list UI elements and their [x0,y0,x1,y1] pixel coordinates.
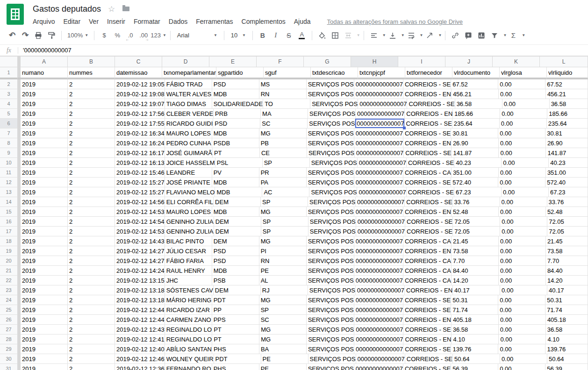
cell-I26[interactable]: CORREIOS - EN [403,315,452,325]
cell-C31[interactable]: 2019-02-12 12:36 [115,364,165,370]
cell-E1[interactable]: sgpartido [216,67,264,79]
cell-J12[interactable]: 572.40 [451,178,498,187]
cell-F22[interactable]: AL [259,276,307,285]
cell-J11[interactable]: 351.00 [452,168,499,178]
row-header-25[interactable]: 25 [0,305,18,315]
cell-L22[interactable]: 14.20 [546,276,588,285]
cell-E18[interactable]: DEM [212,236,259,246]
cell-K10[interactable]: 0.00 [502,158,549,168]
insert-link-button[interactable] [449,29,461,42]
row-header-20[interactable]: 20 [0,256,18,266]
cell-B29[interactable]: 2 [68,344,115,354]
cell-H2[interactable]: 00000000000007 [354,79,403,89]
cell-J2[interactable]: 67.52 [451,79,498,89]
cell-A20[interactable]: 2019 [21,256,68,266]
cell-F3[interactable]: RN [259,89,307,99]
cell-D26[interactable]: CARMEN ZANO [165,315,212,325]
cell-D8[interactable]: PEDRO CUNHA [165,138,212,148]
cell-E24[interactable]: PDT [212,295,259,305]
row-header-2[interactable]: 2 [0,79,18,89]
text-color-button[interactable]: A [296,29,308,42]
column-header-G[interactable]: G [304,56,351,67]
horizontal-align-button[interactable] [368,29,380,42]
text-wrap-button[interactable] [405,29,417,42]
format-currency-button[interactable]: $ [98,29,110,42]
row-header-3[interactable]: 3 [0,89,18,99]
cell-C6[interactable]: 2019-02-12 17:55 [115,119,165,128]
cell-C27[interactable]: 2019-02-12 12:43 [115,325,165,334]
redo-button[interactable]: ↷ [19,29,31,42]
cell-F25[interactable]: SP [259,305,307,315]
cell-J18[interactable]: 21.45 [452,236,499,246]
cell-L12[interactable]: 572.40 [545,178,588,187]
cell-D14[interactable]: ELI CORRÊA FIL [165,197,214,207]
cell-F2[interactable]: MS [259,79,307,89]
cell-G22[interactable]: SERVIÇOS POS [307,276,354,285]
cell-D7[interactable]: MAURO LOPES [165,128,212,138]
cell-A15[interactable]: 2019 [21,207,68,217]
row-header-13[interactable]: 13 [0,187,18,197]
move-folder-icon[interactable] [122,7,129,11]
cell-B5[interactable]: 2 [68,109,115,119]
cell-F1[interactable]: sguf [264,67,311,79]
cell-K21[interactable]: 0.00 [499,266,546,276]
cell-C26[interactable]: 2019-02-12 12:44 [115,315,165,325]
insert-comment-button[interactable] [462,29,474,42]
cell-F9[interactable]: CE [260,148,307,158]
cell-D19[interactable]: JÚLIO CESAR [165,246,212,256]
cell-H4[interactable]: 00000000000007 [358,99,407,109]
cell-A16[interactable]: 2019 [21,217,68,227]
cell-H19[interactable]: 00000000000007 [354,246,403,256]
cell-B13[interactable]: 2 [68,187,115,197]
cell-A11[interactable]: 2019 [21,168,68,178]
cell-H21[interactable]: 00000000000007 [354,266,403,276]
cell-H16[interactable]: 00000000000007 [356,217,405,227]
cell-B17[interactable]: 2 [68,227,115,236]
cell-D25[interactable]: RICARDO IZAR [165,305,212,315]
row-header-21[interactable]: 21 [0,266,18,276]
cell-C7[interactable]: 2019-02-12 16:34 [115,128,165,138]
cell-C25[interactable]: 2019-02-12 12:44 [115,305,165,315]
cell-I22[interactable]: CORREIOS - CA [403,276,452,285]
cell-H1[interactable]: txtcnpjcpf [358,67,405,79]
cell-K25[interactable]: 0.00 [498,305,545,315]
cell-H26[interactable]: 00000000000007 [354,315,403,325]
cell-C2[interactable]: 2019-02-12 19:05 [115,79,165,89]
cell-E13[interactable]: MDB [215,187,262,197]
cell-D22[interactable]: JHC [165,276,212,285]
cell-L21[interactable]: 84.40 [546,266,588,276]
zoom-select[interactable]: 100%▼ [65,29,90,42]
cell-D1[interactable]: txnomeparlamentar [162,67,216,79]
save-status-link[interactable]: Todas as alterações foram salvas no Goog… [327,18,463,25]
chevron-down-icon[interactable]: ▼ [357,33,360,37]
cell-G9[interactable]: SERVIÇOS POS [307,148,355,158]
row-header-4[interactable]: 4 [0,99,18,109]
cell-G13[interactable]: SERVIÇOS POS [309,187,357,197]
cell-B10[interactable]: 2 [68,158,115,168]
cell-A12[interactable]: 2019 [21,178,68,187]
cell-H6[interactable]: 00000000000007 [355,119,404,128]
cell-C17[interactable]: 2019-02-12 14:53 [115,227,165,236]
cell-H8[interactable]: 00000000000007 [354,138,403,148]
cell-K7[interactable]: 0.00 [498,128,545,138]
cell-I12[interactable]: CORREIOS - SE [403,178,451,187]
cell-E5[interactable]: PRB [214,109,261,119]
cell-B18[interactable]: 2 [68,236,115,246]
cell-B1[interactable]: nummes [68,67,115,79]
cell-B23[interactable]: 2 [68,285,115,295]
column-header-A[interactable]: A [21,56,68,67]
column-header-B[interactable]: B [68,56,115,67]
column-header-I[interactable]: I [398,56,445,67]
cell-E26[interactable]: PPS [212,315,259,325]
menu-complementos[interactable]: Complementos [237,18,290,25]
cell-F13[interactable]: AC [262,187,309,197]
sheets-logo-icon[interactable] [7,4,24,25]
cell-A14[interactable]: 2019 [21,197,68,207]
cell-L7[interactable]: 30.81 [545,128,588,138]
cell-I16[interactable]: CORREIOS - SE [405,217,453,227]
cell-H13[interactable]: 00000000000007 [357,187,406,197]
chevron-down-icon[interactable]: ▼ [401,33,405,37]
cell-E9[interactable]: PT [213,148,260,158]
cell-A21[interactable]: 2019 [21,266,68,276]
cell-H30[interactable]: 00000000000007 [356,354,405,364]
